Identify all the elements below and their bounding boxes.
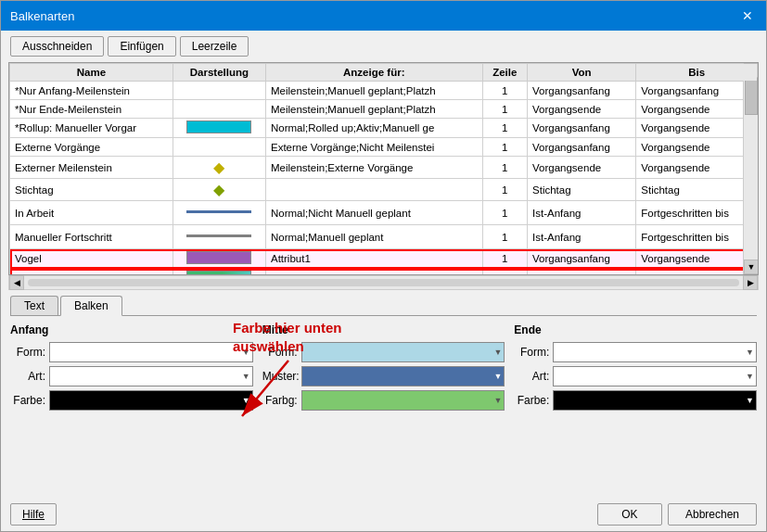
cell-von: Vorgangsende <box>528 100 636 119</box>
cell-anzeige: Attribut2 <box>265 269 482 275</box>
help-button[interactable]: Hilfe <box>10 503 57 526</box>
title-bar-controls: ✕ <box>738 6 757 25</box>
table-area: Name Darstellung Anzeige für: Zeile Von … <box>8 62 759 275</box>
anfang-title: Anfang <box>10 323 253 336</box>
cell-darstellung <box>173 100 265 119</box>
anfang-art-row: Art: ▼ <box>10 366 253 386</box>
cell-zeile: 1 <box>482 201 528 225</box>
cell-name: Externer Meilenstein <box>10 157 173 179</box>
title-bar: Balkenarten ✕ <box>1 1 766 31</box>
anfang-farbe-row: Farbe: ▼ <box>10 390 253 411</box>
table-row[interactable]: Externer Meilenstein◆Meilenstein;Externe… <box>10 157 758 179</box>
paste-button[interactable]: Einfügen <box>108 36 175 57</box>
cell-bis: Vorgangsende <box>636 119 758 138</box>
cell-darstellung <box>173 249 265 269</box>
anfang-art-label: Art: <box>10 370 45 383</box>
toolbar: Ausschneiden Einfügen Leerzeile <box>1 31 766 62</box>
mitte-farbg-select-wrapper: ▼ <box>301 390 505 411</box>
cell-name: In Arbeit <box>10 201 173 225</box>
cell-anzeige: Meilenstein;Externe Vorgänge <box>265 157 482 179</box>
mitte-form-select[interactable] <box>301 342 505 362</box>
cell-darstellung: ◆ <box>173 157 265 179</box>
close-button[interactable]: ✕ <box>738 6 757 25</box>
scroll-thumb[interactable] <box>745 78 758 115</box>
tab-balken[interactable]: Balken <box>60 296 122 316</box>
cancel-button[interactable]: Abbrechen <box>668 503 757 526</box>
cell-bis: Fortgeschritten bis <box>636 225 758 249</box>
cell-zeile: 1 <box>482 138 528 157</box>
ende-art-select[interactable] <box>553 366 757 386</box>
vertical-scrollbar[interactable]: ▲ ▼ <box>743 63 758 274</box>
mitte-farbg-row: Farbg: ▼ <box>262 390 505 411</box>
scroll-track <box>744 78 758 260</box>
horizontal-scrollbar[interactable]: ◀ ▶ <box>8 275 759 290</box>
table-row[interactable]: In ArbeitNormal;Nicht Manuell geplant1Is… <box>10 201 758 225</box>
anfang-art-select[interactable] <box>49 366 253 386</box>
tab-text[interactable]: Text <box>10 296 58 315</box>
cell-bis: Vorgangsende <box>636 249 758 269</box>
table-row[interactable]: *Nur Anfang-MeilensteinMeilenstein;Manue… <box>10 82 758 100</box>
table-row[interactable]: Manueller FortschrittNormal;Manuell gepl… <box>10 225 758 249</box>
scroll-left-button[interactable]: ◀ <box>9 275 24 290</box>
cell-name: Dietlinde <box>10 269 173 275</box>
cell-von: Vorgangsanfang <box>528 119 636 138</box>
anfang-form-label: Form: <box>10 346 45 359</box>
table-row[interactable]: *Rollup: Manueller VorgarNormal;Rolled u… <box>10 119 758 138</box>
cell-bis: Stichtag <box>636 179 758 201</box>
cut-button[interactable]: Ausschneiden <box>10 36 104 57</box>
mitte-form-label: Form: <box>262 346 298 359</box>
mitte-title: Mitte <box>262 323 505 336</box>
table-scroll[interactable]: Name Darstellung Anzeige für: Zeile Von … <box>9 63 758 274</box>
tabs: Text Balken <box>10 296 757 316</box>
ok-button[interactable]: OK <box>597 503 662 526</box>
section-anfang: Anfang Form: ▼ Art: ▼ <box>10 323 253 494</box>
form-with-annotation: Farbe hier untenauswählen Anfang Form: <box>10 323 757 494</box>
cell-zeile: 1 <box>482 225 528 249</box>
section-ende: Ende Form: ▼ Art: ▼ <box>514 323 757 494</box>
ende-farbe-select[interactable] <box>553 390 757 411</box>
cell-zeile: 1 <box>482 119 528 138</box>
table-row[interactable]: VogelAttribut11VorgangsanfangVorgangsend… <box>10 249 758 269</box>
bottom-section: Text Balken Farbe hier untenauswählen <box>1 290 766 498</box>
cell-name: Manueller Fortschritt <box>10 225 173 249</box>
cell-darstellung <box>173 138 265 157</box>
anfang-farbe-label: Farbe: <box>10 394 45 407</box>
cell-zeile: 1 <box>482 179 528 201</box>
ende-farbe-select-wrapper: ▼ <box>553 390 757 411</box>
cell-zeile: 1 <box>482 249 528 269</box>
cell-zeile: 1 <box>482 269 528 275</box>
cell-bis: Vorgangsanfang <box>636 82 758 100</box>
anfang-form-select[interactable] <box>49 342 253 362</box>
cell-darstellung <box>173 201 265 225</box>
empty-row-button[interactable]: Leerzeile <box>180 36 249 57</box>
cell-bis: Fortgeschritten bis <box>636 201 758 225</box>
cell-anzeige: Normal;Nicht Manuell geplant <box>265 201 482 225</box>
mitte-muster-select[interactable] <box>301 366 505 386</box>
ende-art-row: Art: ▼ <box>514 366 757 386</box>
cell-anzeige: Meilenstein;Manuell geplant;Platzh <box>265 82 482 100</box>
cell-bis: Vorgangsende <box>636 157 758 179</box>
mitte-form-select-wrapper: ▼ <box>301 342 505 362</box>
cell-name: *Nur Anfang-Meilenstein <box>10 82 173 100</box>
table-row[interactable]: Stichtag◆1StichtagStichtag <box>10 179 758 201</box>
cell-von: Vorgangsanfang <box>528 269 636 275</box>
h-scroll-track <box>28 279 739 286</box>
mitte-muster-select-wrapper: ▼ <box>301 366 505 386</box>
anfang-farbe-select[interactable] <box>49 390 253 411</box>
data-table: Name Darstellung Anzeige für: Zeile Von … <box>9 63 758 274</box>
cell-von: Vorgangsanfang <box>528 82 636 100</box>
scroll-right-button[interactable]: ▶ <box>743 275 758 290</box>
cell-darstellung <box>173 119 265 138</box>
section-mitte: Mitte Form: ▼ Muster: ▼ <box>262 323 505 494</box>
scroll-down-button[interactable]: ▼ <box>744 260 759 274</box>
table-row[interactable]: Externe VorgängeExterne Vorgänge;Nicht M… <box>10 138 758 157</box>
ende-form-row: Form: ▼ <box>514 342 757 362</box>
ende-form-select-wrapper: ▼ <box>553 342 757 362</box>
table-row[interactable]: DietlindeAttribut21VorgangsanfangVorgang… <box>10 269 758 275</box>
table-row[interactable]: *Nur Ende-MeilensteinMeilenstein;Manuell… <box>10 100 758 119</box>
cell-darstellung <box>173 82 265 100</box>
cell-darstellung <box>173 225 265 249</box>
col-name: Name <box>10 64 173 82</box>
ende-form-select[interactable] <box>553 342 757 362</box>
mitte-farbg-select[interactable] <box>301 390 505 411</box>
